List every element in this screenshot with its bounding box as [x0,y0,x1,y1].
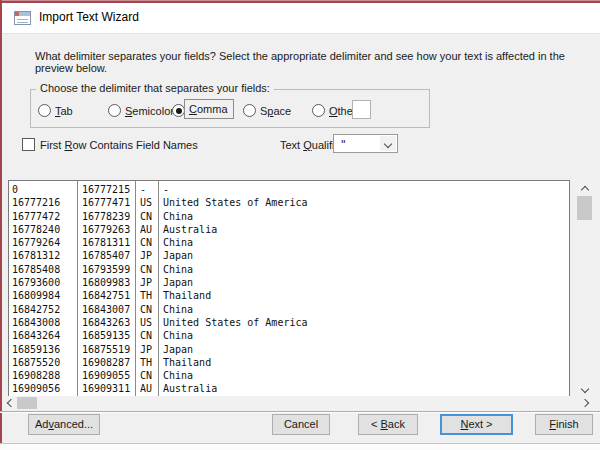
preview-table[interactable]: 0 16777215 - - 16777216 16777471 US Unit… [8,180,570,397]
other-delimiter-input[interactable] [352,100,371,119]
preview-row: 16778240 16779263 AU Australia [9,223,569,236]
radio-other[interactable] [312,104,325,117]
preview-row: 16908288 16909055 CN China [9,369,569,382]
instruction-text: What delimiter separates your fields? Se… [35,50,575,74]
preview-row: 0 16777215 - - [9,183,569,196]
preview-row: 16843264 16859135 CN China [9,329,569,342]
preview-row: 16843008 16843263 US United States of Am… [9,316,569,329]
horizontal-scrollbar-thumb[interactable] [17,397,37,409]
radio-semicolon-label[interactable]: Semicolon [125,105,176,117]
radio-space-label[interactable]: Space [260,105,291,117]
finish-button[interactable]: Finish [535,414,593,435]
window-bottom-edge [0,443,600,450]
text-qualifier-dropdown[interactable]: " [333,134,398,153]
text-qualifier-value: " [340,138,347,151]
cancel-button[interactable]: Cancel [272,414,330,435]
wizard-window-icon [14,11,31,25]
preview-row: 16842752 16843007 CN China [9,303,569,316]
first-row-checkbox[interactable] [22,138,35,151]
window-border-left [0,0,2,443]
radio-tab-label[interactable]: Tab [55,105,73,117]
radio-space[interactable] [243,104,256,117]
back-button[interactable]: < Back [358,414,418,435]
scroll-right-icon[interactable] [579,396,593,410]
vertical-scrollbar-thumb[interactable] [577,196,592,220]
first-row-checkbox-label[interactable]: First Row Contains Field Names [40,139,198,151]
advanced-button[interactable]: Advanced... [28,414,100,435]
vertical-scrollbar[interactable] [576,180,593,397]
window-title: Import Text Wizard [39,10,139,24]
preview-row: 16909056 16909311 AU Australia [9,382,569,395]
scroll-down-icon[interactable] [576,382,593,397]
preview-row: 16809984 16842751 TH Thailand [9,289,569,302]
chevron-down-icon[interactable] [380,136,396,151]
preview-row: 16777216 16777471 US United States of Am… [9,196,569,209]
titlebar[interactable]: Import Text Wizard [2,3,600,34]
preview-rows: 0 16777215 - - 16777216 16777471 US Unit… [9,183,569,396]
preview-row: 16875520 16908287 TH Thailand [9,356,569,369]
delimiter-groupbox-label: Choose the delimiter that separates your… [36,82,274,94]
preview-row: 16785408 16793599 CN China [9,263,569,276]
radio-comma-label[interactable]: Comma [189,103,228,115]
import-text-wizard-dialog: Import Text Wizard What delimiter separa… [0,0,600,450]
preview-row: 16779264 16781311 CN China [9,236,569,249]
radio-tab[interactable] [38,104,51,117]
radio-semicolon[interactable] [108,104,121,117]
preview-row: 16777472 16778239 CN China [9,210,569,223]
button-separator [0,411,600,413]
preview-row: 16859136 16875519 JP Japan [9,343,569,356]
preview-row: 16781312 16785407 JP Japan [9,249,569,262]
next-button[interactable]: Next > [440,414,513,435]
scroll-up-icon[interactable] [576,180,593,195]
scroll-left-icon[interactable] [2,396,16,410]
horizontal-scrollbar[interactable] [2,396,593,410]
preview-row: 16793600 16809983 JP Japan [9,276,569,289]
